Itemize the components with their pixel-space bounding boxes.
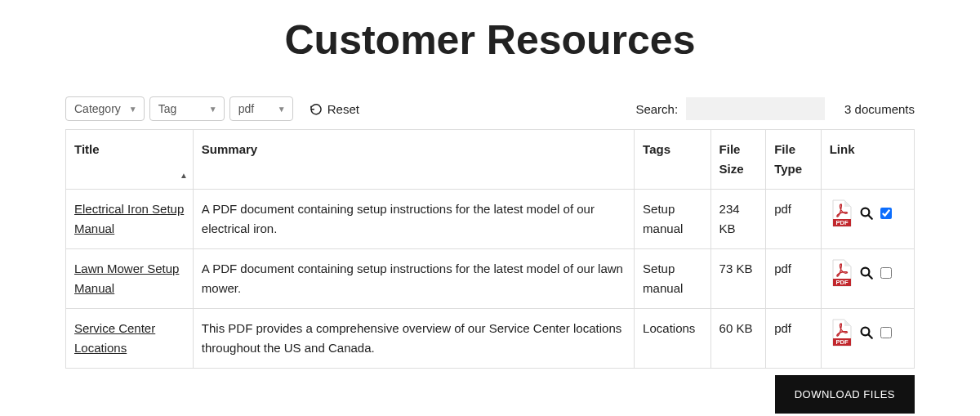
document-file-size: 60 KB <box>710 309 766 369</box>
reset-button-label: Reset <box>327 102 359 116</box>
chevron-down-icon: ▼ <box>129 105 137 114</box>
search-input[interactable] <box>686 97 825 120</box>
sort-asc-icon: ▲ <box>180 169 188 182</box>
document-title-link[interactable]: Electrical Iron Setup Manual <box>74 202 184 235</box>
document-file-type: pdf <box>766 249 822 309</box>
document-count: 3 documents <box>844 102 915 116</box>
category-filter-value: Category <box>74 102 121 115</box>
search-label: Search: <box>635 102 678 116</box>
column-header-file-size[interactable]: File Size <box>710 130 766 190</box>
table-row: Service Center LocationsThis PDF provide… <box>66 309 915 369</box>
undo-icon <box>310 102 323 115</box>
preview-icon[interactable] <box>859 206 874 221</box>
reset-button[interactable]: Reset <box>305 99 364 119</box>
document-title-link[interactable]: Service Center Locations <box>74 321 155 355</box>
pdf-file-icon[interactable]: PDF <box>830 319 853 347</box>
svg-line-11 <box>868 334 872 338</box>
document-summary: This PDF provides a comprehensive overvi… <box>193 309 634 369</box>
tag-filter-value: Tag <box>158 102 177 115</box>
filter-toolbar: Category ▼ Tag ▼ pdf ▼ Reset Search: 3 d… <box>65 96 915 121</box>
svg-line-3 <box>868 215 872 219</box>
select-row-checkbox[interactable] <box>880 208 892 219</box>
document-tags: Setup manual <box>635 190 711 249</box>
document-tags: Locations <box>635 309 711 369</box>
column-header-summary[interactable]: Summary <box>193 130 634 190</box>
svg-text:PDF: PDF <box>835 338 848 346</box>
svg-text:PDF: PDF <box>835 279 848 286</box>
table-row: Lawn Mower Setup ManualA PDF document co… <box>66 249 915 309</box>
select-row-checkbox[interactable] <box>880 267 892 279</box>
column-header-file-type[interactable]: File Type <box>766 130 822 190</box>
column-header-link[interactable]: Link <box>821 130 914 190</box>
document-summary: A PDF document containing setup instruct… <box>193 190 634 249</box>
document-tags: Setup manual <box>635 249 711 309</box>
document-file-size: 73 KB <box>710 249 766 309</box>
select-row-checkbox[interactable] <box>880 327 892 338</box>
pdf-file-icon[interactable]: PDF <box>830 199 853 227</box>
documents-table: Title ▲ Summary Tags File Size File Type… <box>65 129 915 369</box>
filetype-filter[interactable]: pdf ▼ <box>229 96 293 121</box>
filetype-filter-value: pdf <box>238 102 254 115</box>
column-header-tags[interactable]: Tags <box>635 130 711 190</box>
document-file-type: pdf <box>766 309 822 369</box>
chevron-down-icon: ▼ <box>209 105 217 114</box>
preview-icon[interactable] <box>859 266 874 280</box>
document-file-type: pdf <box>766 190 822 249</box>
category-filter[interactable]: Category ▼ <box>65 96 145 121</box>
document-title-link[interactable]: Lawn Mower Setup Manual <box>74 262 179 295</box>
column-header-title[interactable]: Title ▲ <box>66 130 194 190</box>
chevron-down-icon: ▼ <box>278 105 286 114</box>
svg-line-7 <box>868 275 872 279</box>
svg-text:PDF: PDF <box>835 219 848 226</box>
preview-icon[interactable] <box>859 325 874 340</box>
table-row: Electrical Iron Setup ManualA PDF docume… <box>66 190 915 249</box>
document-file-size: 234 KB <box>710 190 766 249</box>
pdf-file-icon[interactable]: PDF <box>830 259 853 287</box>
tag-filter[interactable]: Tag ▼ <box>149 96 225 121</box>
document-summary: A PDF document containing setup instruct… <box>193 249 634 309</box>
page-title: Customer Resources <box>65 16 915 64</box>
download-files-button[interactable]: DOWNLOAD FILES <box>775 375 915 414</box>
